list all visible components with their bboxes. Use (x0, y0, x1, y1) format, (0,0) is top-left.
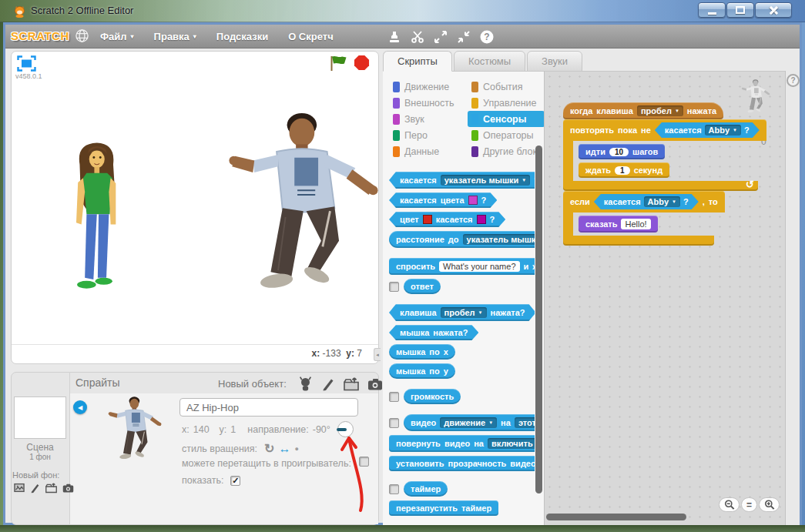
block-dropdown[interactable]: указатель мышки▼ (463, 234, 535, 245)
palette-block[interactable]: таймер (404, 481, 448, 497)
seconds-input[interactable]: 1 (615, 166, 630, 175)
green-flag-icon[interactable] (330, 55, 348, 75)
palette-checkbox[interactable] (389, 484, 399, 494)
upload-backdrop-icon[interactable] (45, 482, 58, 497)
category-Движение[interactable]: Движение (389, 79, 466, 95)
color-swatch[interactable] (477, 215, 486, 224)
category-Перо[interactable]: Перо (389, 127, 466, 143)
palette-block[interactable]: касаетсяуказатель мышки▼? (389, 172, 535, 189)
block-help-button[interactable]: ? (787, 74, 800, 87)
palette-block[interactable]: клавишапробел▼нажата? (389, 304, 535, 321)
palette-block[interactable]: касаетсяцвета? (389, 192, 497, 208)
color-swatch[interactable] (423, 215, 432, 224)
block-dropdown[interactable]: указатель мышки▼ (441, 175, 531, 186)
key-dropdown[interactable]: пробел▼ (637, 105, 683, 116)
category-События[interactable]: События (468, 79, 545, 95)
paint-new-sprite-icon[interactable] (320, 376, 336, 395)
rotate-style-360-icon[interactable]: ↻ (264, 441, 274, 456)
touching-boolean-block[interactable]: касается Abby▼ ? (594, 194, 699, 209)
block-dropdown[interactable]: этот спрайт▼ (515, 417, 535, 428)
collapse-stage-icon[interactable]: ◂ (374, 348, 381, 361)
script-area-hscrollbar[interactable] (546, 514, 686, 520)
palette-checkbox[interactable] (389, 282, 399, 292)
menu-Файл[interactable]: Файл▾ (100, 31, 134, 42)
upload-sprite-icon[interactable] (343, 376, 360, 395)
category-Звук[interactable]: Звук (389, 111, 466, 127)
tab-costumes[interactable]: Костюмы (454, 51, 525, 72)
say-block[interactable]: сказать Hello! (579, 216, 658, 233)
palette-checkbox[interactable] (389, 392, 399, 402)
when-key-pressed-block[interactable]: когда клавиша пробел▼ нажата (563, 102, 723, 119)
palette-block[interactable]: расстояниедоуказатель мышки▼ (389, 231, 535, 248)
block-text-input[interactable]: What's your name? (439, 261, 519, 272)
wait-seconds-block[interactable]: ждать 1 секунд (579, 162, 669, 178)
rotate-style-leftright-icon[interactable]: ↔ (278, 442, 290, 456)
draggable-checkbox[interactable] (359, 457, 369, 467)
tab-sounds[interactable]: Звуки (527, 51, 582, 72)
category-Данные[interactable]: Данные (389, 143, 466, 159)
palette-scrollbar[interactable] (535, 146, 542, 494)
tab-scripts[interactable]: Скрипты (383, 51, 452, 72)
steps-input[interactable]: 10 (609, 148, 629, 156)
category-Сенсоры[interactable]: Сенсоры (468, 111, 545, 127)
say-text-input[interactable]: Hello! (621, 219, 650, 229)
block-dropdown[interactable]: пробел▼ (441, 307, 487, 318)
help-icon[interactable]: ? (478, 28, 495, 45)
stage-thumbnail[interactable] (14, 396, 66, 439)
stamp-icon[interactable] (386, 28, 403, 45)
block-dropdown[interactable]: включить▼ (488, 438, 535, 449)
scissors-icon[interactable] (409, 28, 426, 45)
palette-block[interactable]: спроситьWhat's your name?иждать (389, 258, 535, 275)
minimize-button[interactable] (698, 2, 726, 18)
category-Другие блоки[interactable]: Другие блоки (468, 143, 545, 159)
close-button[interactable] (755, 2, 792, 18)
palette-checkbox[interactable] (389, 418, 399, 428)
grow-icon[interactable] (432, 28, 449, 45)
paint-new-backdrop-icon[interactable] (29, 482, 41, 497)
color-swatch[interactable] (468, 196, 478, 205)
sprite-dropdown[interactable]: Abby▼ (705, 125, 741, 136)
palette-block[interactable]: громкость (404, 389, 461, 404)
move-steps-block[interactable]: идти 10 шагов (579, 144, 665, 159)
palette-block[interactable]: мышкапоx (389, 344, 455, 360)
back-to-sprite-list-button[interactable]: ◀ (73, 400, 87, 414)
sprite-abby[interactable] (63, 139, 134, 302)
palette-block[interactable]: установитьпрозрачностьвидео (389, 456, 535, 471)
zoom-reset-button[interactable]: = (741, 497, 757, 512)
maximize-button[interactable] (726, 2, 754, 18)
language-globe-icon[interactable] (75, 28, 89, 46)
new-sprite-library-icon[interactable] (297, 376, 314, 395)
camera-sprite-icon[interactable] (367, 376, 384, 395)
palette-block[interactable]: перезапуститьтаймер (389, 500, 498, 516)
palette-block[interactable]: мышканажата? (389, 325, 478, 340)
camera-backdrop-icon[interactable] (62, 482, 75, 497)
direction-dial[interactable] (337, 421, 354, 437)
palette-block[interactable]: ответ (404, 279, 441, 294)
repeat-until-block[interactable]: повторять пока не касается Abby▼ ? идти … (563, 119, 766, 191)
menu-Подсказки[interactable]: Подсказки (216, 31, 268, 42)
category-Управление[interactable]: Управление (468, 95, 545, 111)
menu-Правка[interactable]: Правка▾ (154, 31, 196, 42)
category-Внешность[interactable]: Внешность (389, 95, 466, 111)
touching-boolean-block[interactable]: касается Abby▼ ? (655, 122, 760, 138)
script-area[interactable]: 0 когда клавиша пробел▼ нажата повторять… (545, 71, 785, 525)
stop-icon[interactable] (354, 55, 370, 74)
palette-block[interactable]: повернутьвидеонавключить▼ (389, 435, 535, 452)
if-then-block[interactable]: если касается Abby▼ ? , то сказать Hello… (563, 191, 725, 246)
sprite-name-input[interactable] (179, 398, 358, 417)
zoom-out-button[interactable] (719, 497, 740, 512)
rotate-style-none-icon[interactable]: ● (294, 445, 298, 453)
category-Операторы[interactable]: Операторы (468, 127, 545, 143)
block-dropdown[interactable]: движение▼ (440, 417, 497, 428)
scene-backdrop-count: 1 фон (14, 453, 66, 461)
palette-block[interactable]: цветкасается? (389, 212, 505, 227)
sprite-az-hip-hop[interactable] (217, 109, 381, 319)
sprite-dropdown[interactable]: Abby▼ (644, 196, 680, 207)
palette-block[interactable]: видеодвижение▼наэтот спрайт▼ (404, 414, 535, 431)
palette-block[interactable]: мышкапоy (389, 363, 455, 379)
backdrop-library-icon[interactable] (13, 482, 25, 497)
shrink-icon[interactable] (455, 28, 472, 45)
menu-О Скретч[interactable]: О Скретч (288, 31, 334, 42)
zoom-in-button[interactable] (759, 497, 780, 512)
show-checkbox[interactable]: ✓ (230, 476, 240, 486)
